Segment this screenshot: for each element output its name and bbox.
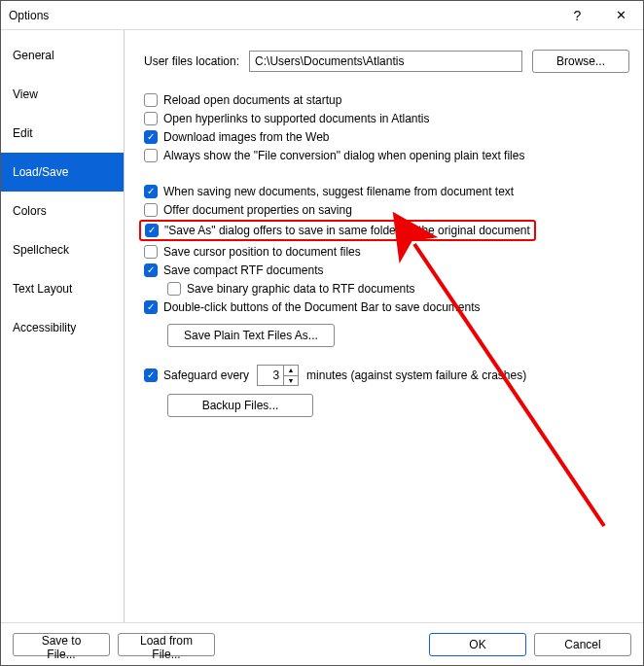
- checkbox-reload[interactable]: [144, 93, 158, 107]
- label-suggest-filename: When saving new documents, suggest filen…: [163, 185, 514, 198]
- titlebar: Options ? ✕: [1, 1, 643, 30]
- highlighted-option: "Save As" dialog offers to save in same …: [139, 220, 536, 241]
- settings-panel: User files location: Browse... Reload op…: [125, 30, 643, 622]
- files-location-label: User files location:: [144, 54, 239, 68]
- tab-edit[interactable]: Edit: [1, 114, 124, 153]
- label-offer-props: Offer document properties on saving: [163, 203, 352, 217]
- load-from-file-button[interactable]: Load from File...: [118, 633, 215, 656]
- checkbox-file-conversion[interactable]: [144, 149, 158, 162]
- cancel-button[interactable]: Cancel: [534, 633, 631, 656]
- tab-load-save[interactable]: Load/Save: [1, 153, 124, 192]
- category-sidebar: General View Edit Load/Save Colors Spell…: [1, 30, 125, 622]
- label-reload: Reload open documents at startup: [163, 93, 341, 107]
- files-location-input[interactable]: [249, 51, 522, 72]
- dialog-footer: Save to File... Load from File... OK Can…: [1, 622, 643, 665]
- safeguard-minutes-spinner[interactable]: ▲ ▼: [257, 365, 299, 386]
- safeguard-minutes-input[interactable]: [257, 365, 284, 386]
- checkbox-safeguard[interactable]: [144, 368, 158, 382]
- label-open-hyperlinks: Open hyperlinks to supported documents i…: [163, 112, 430, 125]
- label-save-compact-rtf: Save compact RTF documents: [163, 263, 324, 277]
- ok-button[interactable]: OK: [429, 633, 526, 656]
- backup-files-button[interactable]: Backup Files...: [167, 394, 313, 417]
- tab-colors[interactable]: Colors: [1, 192, 124, 230]
- tab-view[interactable]: View: [1, 75, 124, 114]
- checkbox-download-images[interactable]: [144, 130, 158, 144]
- checkbox-open-hyperlinks[interactable]: [144, 112, 158, 125]
- tab-text-layout[interactable]: Text Layout: [1, 269, 124, 308]
- close-button[interactable]: ✕: [599, 1, 643, 30]
- tab-accessibility[interactable]: Accessibility: [1, 308, 124, 347]
- options-dialog: Options ? ✕ General View Edit Load/Save …: [0, 0, 644, 666]
- checkbox-save-binary-graphic[interactable]: [167, 282, 181, 296]
- tab-spellcheck[interactable]: Spellcheck: [1, 230, 124, 269]
- tab-general[interactable]: General: [1, 36, 124, 75]
- checkbox-suggest-filename[interactable]: [144, 185, 158, 198]
- label-file-conversion: Always show the "File conversion" dialog…: [163, 149, 524, 162]
- label-safeguard-prefix: Safeguard every: [163, 368, 249, 382]
- checkbox-save-cursor[interactable]: [144, 245, 158, 259]
- label-download-images: Download images from the Web: [163, 130, 330, 144]
- checkbox-offer-props[interactable]: [144, 203, 158, 217]
- label-save-as-same-folder: "Save As" dialog offers to save in same …: [164, 224, 530, 237]
- help-button[interactable]: ?: [555, 1, 599, 30]
- browse-button[interactable]: Browse...: [532, 50, 629, 73]
- label-safeguard-suffix: minutes (against system failure & crashe…: [306, 368, 526, 382]
- spinner-down-icon[interactable]: ▼: [284, 376, 298, 386]
- window-title: Options: [9, 9, 555, 22]
- label-double-click-docbar: Double-click buttons of the Document Bar…: [163, 300, 481, 314]
- label-save-binary-graphic: Save binary graphic data to RTF document…: [187, 282, 415, 296]
- checkbox-double-click-docbar[interactable]: [144, 300, 158, 314]
- label-save-cursor: Save cursor position to document files: [163, 245, 361, 259]
- spinner-up-icon[interactable]: ▲: [284, 366, 298, 376]
- save-plain-text-button[interactable]: Save Plain Text Files As...: [167, 324, 335, 347]
- checkbox-save-as-same-folder[interactable]: [145, 224, 159, 237]
- checkbox-save-compact-rtf[interactable]: [144, 263, 158, 277]
- save-to-file-button[interactable]: Save to File...: [13, 633, 110, 656]
